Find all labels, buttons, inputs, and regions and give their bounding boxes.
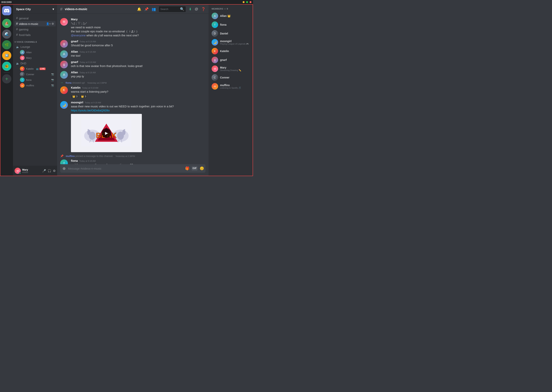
chat-input-area: ⊕ 🎁 GIF 😊	[57, 164, 209, 176]
message-group-moongirl: 🌙 moongirl Today at 9:18 AM aaaa their n…	[57, 100, 209, 153]
server-2[interactable]: 🌊	[2, 29, 11, 39]
emoji-icon[interactable]: 😊	[200, 166, 204, 171]
msg-content-gnarf-1: gnarf Today at 9:18 AM Should be good to…	[71, 40, 205, 48]
search-bar[interactable]: 🔍	[159, 6, 186, 12]
settings-icon[interactable]: ⚙	[51, 22, 54, 25]
msg-content-moongirl: moongirl Today at 9:18 AM aaaa their new…	[71, 101, 205, 152]
channel-item-food-fails[interactable]: # food-fails	[15, 32, 56, 37]
msg-header-fiona: fiona Today at 9:18 AM	[71, 159, 205, 162]
voice-user-mary[interactable]: M Mary	[15, 55, 56, 61]
window-controls[interactable]	[243, 1, 251, 3]
messages-container[interactable]: M Mary ＼(；▽；)／ we need to watch more the…	[57, 14, 209, 164]
member-name-moongirl: moongirl	[220, 40, 250, 43]
channel-hash-icon: #	[60, 7, 63, 12]
server-discord[interactable]	[2, 6, 11, 15]
search-input[interactable]	[160, 8, 179, 11]
server-1[interactable]: ⛵	[2, 19, 11, 28]
member-info-daniel: Daniel	[220, 32, 250, 35]
member-item-allan[interactable]: A Allan 👑	[210, 12, 251, 20]
msg-header-gnarf-1: gnarf Today at 9:18 AM	[71, 40, 205, 43]
server-header[interactable]: Space City ▾	[13, 5, 57, 14]
member-item-conner[interactable]: C Conner	[210, 73, 251, 82]
voice-user-muffins[interactable]: m muffins 📷	[15, 83, 56, 88]
chevron-down-icon: ▾	[52, 7, 54, 11]
add-user-icon[interactable]: 👤+	[46, 22, 51, 25]
system-action-pin: pinned a message to this channel.	[75, 155, 113, 158]
voice-user-conner[interactable]: C Conner 📷	[15, 72, 56, 77]
message-group-allan-1: A Allan Today at 9:18 AM me too!	[57, 49, 209, 59]
settings-icon[interactable]: ⚙	[53, 169, 56, 173]
channel-item-dnd[interactable]: 🔈 DnD	[15, 61, 56, 66]
member-status-muffins: Listening to Spotify 🎵	[220, 87, 250, 89]
play-button[interactable]: ▶	[102, 128, 111, 138]
members-header: MEMBERS — 9	[210, 8, 251, 10]
help-icon[interactable]: ❓	[201, 7, 205, 11]
message-input[interactable]	[68, 165, 184, 172]
server-divider	[4, 17, 10, 17]
mention-icon[interactable]: @	[195, 7, 198, 11]
inbox-icon[interactable]: ⬇	[189, 7, 192, 11]
channel-item-lounge[interactable]: 🔈 Lounge	[15, 44, 56, 49]
app-body: ⛵ 🌊 🌿 4️⃣ 🐠 + Space City ▾ # general # v…	[0, 4, 253, 176]
member-item-katelin[interactable]: K Katelin	[210, 47, 251, 56]
pin-icon[interactable]: 📌	[144, 7, 149, 11]
reaction-crown-1[interactable]: 👑 3	[71, 94, 79, 98]
video-link[interactable]: https://youtu.be/OiDx6aQ928o	[71, 109, 110, 112]
crown-icon: 👑	[227, 14, 231, 17]
system-timestamp-fiona: Yesterday at 2:38PM	[87, 82, 107, 84]
member-avatar-wrap-moongirl: 🌙	[212, 39, 218, 46]
msg-author-allan-2: Allan	[71, 71, 78, 74]
channel-list: # general # videos-n-music 👤+ ⚙ # gaming…	[13, 14, 57, 166]
title-bar: DISCORD	[0, 0, 253, 4]
deafen-icon[interactable]: 🎧	[48, 169, 51, 173]
msg-text-allan-2: yep yep ty	[71, 74, 205, 78]
voice-user-name-conner: Conner	[26, 73, 34, 76]
server-4[interactable]: 4️⃣	[2, 51, 11, 60]
channel-item-gaming[interactable]: # gaming	[15, 27, 56, 32]
voice-user-allan[interactable]: A Allan	[15, 49, 56, 55]
add-server-button[interactable]: +	[2, 74, 11, 84]
member-item-fiona[interactable]: f fiona	[210, 20, 251, 29]
server-3[interactable]: 🌿	[2, 40, 11, 49]
system-user-muffins: muffins	[66, 155, 75, 158]
member-item-mary[interactable]: M Mary Streaming Drawing ✏️	[210, 64, 251, 73]
voice-user-katelin[interactable]: K Katelin 📺 LIVE	[15, 66, 56, 71]
channel-item-general[interactable]: # general	[15, 15, 56, 21]
system-user-fiona: fiona	[65, 81, 72, 84]
voice-category[interactable]: ▾ VOICE CHANNELS	[13, 38, 57, 44]
member-item-gnarf[interactable]: g gnarf	[210, 56, 251, 64]
message-group-katelin: K Katelin Today at 9:18 AM wanna start a…	[57, 85, 209, 99]
video-icon-fiona: 📷	[51, 78, 54, 81]
gif-button[interactable]: GIF	[192, 166, 197, 171]
avatar-gnarf-2: g	[60, 61, 68, 68]
msg-text-katelin: wanna start a listening party?	[71, 90, 205, 94]
message-group-fiona: f fiona Today at 9:18 AM wait have you s…	[57, 158, 209, 164]
reaction-crown-2[interactable]: 👑 3	[80, 94, 87, 98]
member-info-katelin: Katelin	[220, 49, 250, 53]
reaction-emoji-1: 👑	[72, 95, 75, 98]
avatar-allan-2: A	[60, 71, 68, 79]
hash-icon: #	[16, 16, 18, 20]
system-text-pin: muffins pinned a message to this channel…	[66, 155, 135, 158]
notification-icon[interactable]: 🔔	[137, 7, 141, 11]
server-list: ⛵ 🌊 🌿 4️⃣ 🐠 +	[0, 5, 13, 176]
channel-item-videos-n-music[interactable]: # videos-n-music 👤+ ⚙	[15, 21, 56, 26]
members-icon[interactable]: 👥	[152, 7, 156, 11]
add-attachment-button[interactable]: ⊕	[62, 164, 66, 173]
mute-icon[interactable]: 🎤	[42, 169, 46, 173]
member-avatar-wrap-gnarf: g	[212, 57, 218, 63]
voice-user-fiona[interactable]: f fiona 📷	[15, 77, 56, 83]
msg-author-mary: Mary	[71, 18, 78, 21]
member-item-moongirl[interactable]: 🌙 moongirl Playing League of Legends 🎮	[210, 38, 251, 47]
avatar-katelin-voice: K	[20, 66, 25, 71]
video-embed[interactable]: BEAK BEAK ▶	[71, 114, 142, 152]
member-avatar-fiona: f	[212, 21, 218, 28]
gift-icon[interactable]: 🎁	[185, 166, 189, 171]
member-item-daniel[interactable]: D Daniel	[210, 29, 251, 38]
member-info-muffins: muffins Listening to Spotify 🎵	[220, 84, 250, 89]
avatar-muffins-voice: m	[20, 83, 25, 88]
chat-header: # videos-n-music 🔔 📌 👥 🔍 ⬇ @ ❓	[57, 5, 209, 14]
avatar-mary-voice: M	[20, 56, 25, 60]
server-5[interactable]: 🐠	[2, 62, 11, 71]
member-item-muffins[interactable]: m muffins Listening to Spotify 🎵	[210, 82, 251, 91]
